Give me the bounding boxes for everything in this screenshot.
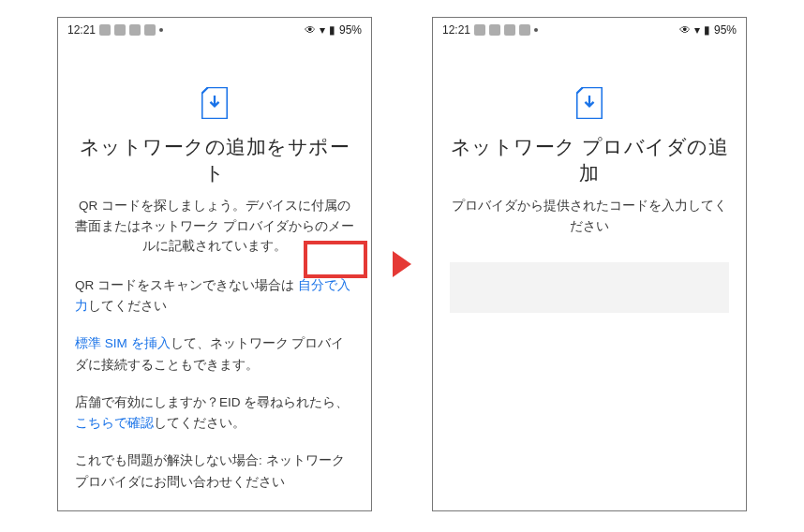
help-paragraph-2: 標準 SIM を挿入して、ネットワーク プロバイダに接続することもできます。 <box>75 333 354 376</box>
visibility-icon: 👁 <box>305 23 316 37</box>
arrow-right-icon <box>393 251 411 277</box>
sim-download-icon <box>201 87 228 119</box>
more-dot-icon <box>159 28 163 32</box>
battery-text: 95% <box>339 23 362 37</box>
p1-text-b: してください <box>88 299 167 313</box>
help-paragraph-3: 店舗で有効にしますか？EID を尋ねられたら、こちらで確認してください。 <box>75 392 354 435</box>
arrow-column <box>389 17 415 511</box>
page-title: ネットワークの追加をサポート <box>75 134 354 186</box>
activation-code-input[interactable] <box>450 262 729 313</box>
visibility-icon: 👁 <box>679 23 691 37</box>
status-right: 👁 ▾ ▮ 95% <box>679 23 737 37</box>
help-paragraph-4: これでも問題が解決しない場合: ネットワーク プロバイダにお問い合わせください <box>75 451 354 493</box>
clock-time: 12:21 <box>67 23 96 37</box>
p3-text-b: してください。 <box>154 416 246 430</box>
clock-time: 12:21 <box>442 23 470 37</box>
help-paragraph-1: QR コードをスキャンできない場合は 自分で入力してください <box>75 275 354 318</box>
wifi-icon: ▾ <box>694 23 700 37</box>
status-bar: 12:21 👁 ▾ ▮ 95% <box>433 18 746 42</box>
status-left: 12:21 <box>67 23 163 37</box>
status-left: 12:21 <box>442 23 538 37</box>
page-subtitle: プロバイダから提供されたコードを入力してください <box>450 196 729 236</box>
status-right: 👁 ▾ ▮ 95% <box>305 23 362 37</box>
more-dot-icon <box>534 28 538 32</box>
page-title: ネットワーク プロバイダの追加 <box>450 134 729 186</box>
notif-icon <box>519 24 530 36</box>
notif-icon <box>474 24 485 36</box>
wifi-icon: ▾ <box>320 23 325 37</box>
page-subtitle: QR コードを探しましょう。デバイスに付属の書面またはネットワーク プロバイダか… <box>75 196 354 257</box>
status-bar: 12:21 👁 ▾ ▮ 95% <box>58 18 371 42</box>
insert-sim-link[interactable]: 標準 SIM を挿入 <box>75 336 171 350</box>
notif-icon <box>489 24 500 36</box>
screen-content: ネットワークの追加をサポート QR コードを探しましょう。デバイスに付属の書面ま… <box>58 42 371 510</box>
notif-icon <box>144 24 156 36</box>
phone-left: 12:21 👁 ▾ ▮ 95% ネットワークの追加をサポート QR コードを探し… <box>57 17 372 511</box>
battery-icon: ▮ <box>329 23 335 37</box>
p3-text-a: 店舗で有効にしますか？EID を尋ねられたら、 <box>75 395 349 409</box>
battery-icon: ▮ <box>704 23 710 37</box>
phone-right: 12:21 👁 ▾ ▮ 95% ネットワーク プロバイダの追加 プロバイダから提… <box>432 17 747 511</box>
check-eid-link[interactable]: こちらで確認 <box>75 416 154 430</box>
p1-text-a: QR コードをスキャンできない場合は <box>75 278 294 292</box>
notif-icon <box>504 24 515 36</box>
notif-icon <box>114 24 126 36</box>
notif-icon <box>99 24 111 36</box>
notif-icon <box>129 24 141 36</box>
sim-download-icon <box>576 87 603 119</box>
screen-content: ネットワーク プロバイダの追加 プロバイダから提供されたコードを入力してください <box>433 42 746 510</box>
battery-text: 95% <box>714 23 737 37</box>
